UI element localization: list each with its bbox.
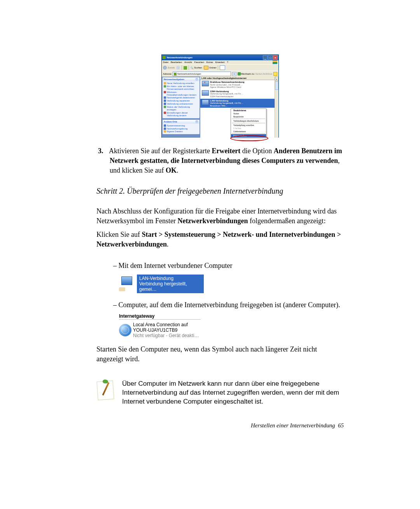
maximize-icon: □ — [268, 55, 273, 60]
chevron-up-icon: ˄ — [195, 78, 198, 81]
place-item: Eigene Dateien — [167, 130, 183, 133]
tasks-panel: Netzwerkaufgaben˄ Neue Verbindung erstel… — [163, 77, 200, 118]
windows-logo-icon — [273, 60, 277, 64]
back-icon: ‹ — [163, 66, 167, 70]
paragraph: Nach Abschluss der Konfiguration für die… — [96, 206, 344, 226]
norton-icon — [273, 72, 277, 76]
menu-item: ? — [227, 61, 228, 63]
icon-label: Verbindung hergestellt, gemei… — [139, 281, 201, 292]
task-item: Ein Heim- oder ein kleines Firmennetzwer… — [167, 85, 198, 91]
norton-label: Norton AntiVirus — [256, 73, 272, 75]
page-number: 65 — [338, 422, 344, 429]
other-places-panel: Andere Orte˄ Systemsteuerung Netzwerkumg… — [163, 120, 200, 135]
ctx-item: Verknüpfung erstellen — [231, 124, 266, 127]
chevron-up-icon: ˄ — [195, 120, 198, 123]
ctx-item: Reparieren — [231, 115, 266, 118]
task-icon — [164, 91, 166, 93]
scroll-up-icon: ▴ — [275, 77, 278, 81]
go-button: →Wechseln zu — [238, 72, 254, 75]
menubar: Datei Bearbeiten Ansicht Favoriten Extra… — [162, 60, 278, 64]
address-label: Adresse — [163, 73, 172, 75]
place-icon — [164, 130, 166, 133]
ctx-item: Deaktivieren — [231, 109, 266, 112]
task-item: Einstellungen dieser Verbindung ändern — [167, 112, 198, 117]
menu-item: Ansicht — [184, 61, 192, 63]
scrollbar: ▴ — [275, 77, 278, 138]
computer-icon — [202, 100, 209, 105]
panel-title: Andere Orte — [164, 121, 177, 123]
globe-icon — [119, 324, 131, 336]
paragraph: Klicken Sie auf Start > Systemsteuerung … — [96, 230, 344, 249]
icon-label: LAN-Verbindung — [139, 276, 201, 281]
xp-content: LAN oder Hochgeschwindigkeitsinternet Dr… — [200, 77, 278, 138]
scroll-thumb — [275, 81, 278, 90]
computer-share-icon — [119, 276, 135, 291]
ctx-item: Verbindungen überbrücken — [231, 119, 266, 122]
list-number: 3. — [98, 146, 109, 156]
highlight-ellipse — [230, 135, 268, 141]
computer-icon — [202, 90, 209, 96]
ctx-item: Status — [231, 112, 266, 115]
task-icon — [164, 82, 166, 84]
bullet-item: – Computer, auf dem die Internetverbindu… — [119, 300, 344, 310]
group-header: LAN oder Hochgeschwindigkeitsinternet — [200, 77, 278, 80]
gateway-header: Internetgateway — [119, 313, 201, 320]
menu-item: Bearbeiten — [171, 61, 182, 63]
chevron-down-icon: ▾ — [232, 72, 236, 76]
address-box: Netzwerkverbindungen — [173, 72, 231, 76]
ctx-item-disabled: Löschen — [231, 127, 266, 130]
note-text: Über Computer im Netzwerk kann nur dann … — [122, 380, 344, 406]
task-icon — [164, 85, 166, 87]
go-icon: → — [238, 72, 241, 75]
step3-text: 3.Aktivieren Sie auf der Registerkarte E… — [110, 146, 344, 175]
folders-button: Ordner — [204, 66, 217, 70]
menu-item: Favoriten — [194, 61, 204, 63]
section-heading: Schritt 2. Überprüfen der freigegebenen … — [96, 187, 344, 196]
note-block: Über Computer im Netzwerk kann nur dann … — [96, 380, 344, 406]
task-item: Status der Verbindung anzeigen — [167, 106, 198, 111]
page-footer: Herstellen einer Internetverbindung 65 — [251, 422, 344, 429]
xp-window-screenshot: Netzwerkverbindungen _ □ ✕ Datei Bearbei… — [161, 54, 279, 138]
forward-icon: › — [176, 66, 180, 70]
xp-titlebar: Netzwerkverbindungen _ □ ✕ — [162, 55, 278, 60]
task-icon — [164, 100, 166, 102]
connection-item-selected: LAN-VerbindungVerbindung hergestellt, mi… — [200, 99, 278, 108]
icon-label: Nicht verfügbar - Gerät deakti… — [133, 333, 199, 338]
icon-label: YOUR-UJAYU1CTB9 — [133, 327, 199, 333]
menu-item: Datei — [163, 61, 168, 63]
task-item: Verbindung reparieren — [167, 100, 190, 102]
window-title: Netzwerkverbindungen — [167, 56, 263, 59]
note-icon — [96, 380, 114, 400]
computer-icon — [202, 81, 209, 86]
task-icon — [164, 103, 166, 105]
menu-item: Erweitert — [215, 61, 225, 63]
task-icon — [164, 106, 166, 108]
lan-connection-icon-block: LAN-Verbindung Verbindung hergestellt, g… — [119, 275, 344, 293]
address-value: Netzwerkverbindungen — [177, 73, 201, 75]
minimize-icon: _ — [263, 55, 268, 60]
views-icon — [220, 65, 225, 70]
addressbar: Adresse Netzwerkverbindungen ▾ →Wechseln… — [162, 71, 278, 77]
paragraph: Starten Sie den Computer neu, wenn das S… — [96, 345, 344, 364]
context-menu: Deaktivieren Status Reparieren Verbindun… — [231, 108, 266, 138]
place-icon — [164, 128, 166, 130]
place-item: Systemsteuerung — [167, 124, 185, 127]
task-item: Windows-Firewalleinstellungen ändern — [167, 91, 198, 96]
task-item: Netzwerkgerät deaktivieren — [167, 96, 195, 99]
task-icon — [164, 112, 166, 114]
folder-icon — [204, 66, 208, 70]
up-icon — [184, 66, 187, 70]
panel-title: Netzwerkaufgaben — [164, 78, 184, 80]
menu-item: Extras — [206, 61, 213, 63]
connection-item: 1394-VerbindungVerbindung hergestellt, m… — [200, 89, 278, 99]
ctx-item: Umbenennen — [231, 130, 266, 133]
bullet-item: – Mit dem Internet verbundener Computer — [119, 261, 344, 271]
xp-sidebar: Netzwerkaufgaben˄ Neue Verbindung erstel… — [162, 77, 200, 138]
back-button: ‹Zurück — [163, 66, 175, 70]
task-item: Verbindung umbenennen — [167, 103, 193, 105]
network-icon — [174, 73, 177, 75]
search-button: 🔍Suchen — [191, 66, 202, 69]
task-item: Neue Verbindung erstellen — [167, 82, 194, 85]
gateway-icon-block: Local Area Connection auf YOUR-UJAYU1CTB… — [119, 322, 344, 338]
window-buttons: _ □ ✕ — [263, 55, 278, 60]
